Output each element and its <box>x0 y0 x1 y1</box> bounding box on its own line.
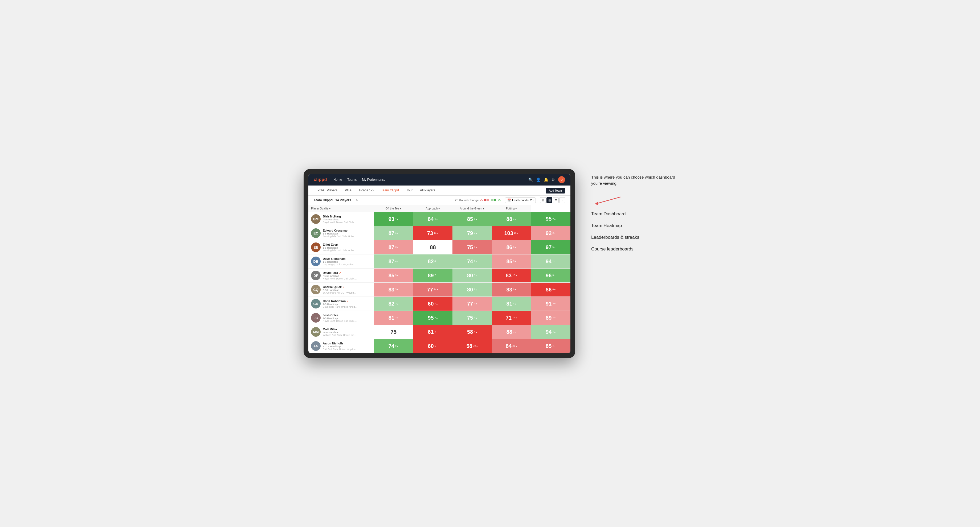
table-row[interactable]: MM Matt Miller 6-10 Handicap Woburn Golf… <box>309 325 570 339</box>
calendar-icon: 📅 <box>508 198 511 202</box>
score-change: 8▼ <box>552 288 556 291</box>
tab-pgat-players[interactable]: PGAT Players <box>314 186 341 195</box>
edit-team-icon[interactable]: ✎ <box>355 198 358 202</box>
score-change: 8▲ <box>395 344 399 348</box>
player-name[interactable]: Dave Billingham <box>323 257 357 260</box>
score-change: 3▼ <box>552 232 556 235</box>
score-value: 85 <box>546 343 552 349</box>
score-cell: 89 7▲ <box>413 268 453 283</box>
nav-home[interactable]: Home <box>333 177 342 183</box>
player-avatar: EE <box>311 243 321 252</box>
score-cell: 95 9▲ <box>531 212 570 226</box>
tab-pga[interactable]: PGA <box>341 186 355 195</box>
score-box: 75 <box>374 325 413 339</box>
score-cell: 85 8▲ <box>452 212 492 226</box>
tab-all-players[interactable]: All Players <box>416 186 439 195</box>
player-cell: CR Chris Robertson ✓ 1-5 Handicap Craigm… <box>309 297 374 311</box>
col-putting[interactable]: Putting ▾ <box>492 205 531 212</box>
grid-view-icon[interactable]: ⊞ <box>540 197 546 203</box>
score-box: 87 4▲ <box>374 254 413 268</box>
table-row[interactable]: AN Aaron Nicholls 11-15 Handicap Drift G… <box>309 339 570 353</box>
score-box: 85 3▼ <box>374 268 413 283</box>
score-change: 8▲ <box>434 316 438 320</box>
navbar-actions: 🔍 👤 🔔 ⚙ U <box>528 176 565 183</box>
player-name[interactable]: Josh Coles <box>323 314 357 317</box>
score-cell: 60 1▼ <box>413 339 453 353</box>
profile-icon[interactable]: 👤 <box>536 178 541 182</box>
score-box: 71 11▼ <box>492 311 531 325</box>
table-row[interactable]: DB Dave Billingham 1-5 Handicap Gog Mago… <box>309 254 570 268</box>
score-value: 95 <box>428 315 434 321</box>
nav-my-performance[interactable]: My Performance <box>362 177 385 183</box>
table-row[interactable]: JC Josh Coles 1-5 Handicap Royal North D… <box>309 311 570 325</box>
table-row[interactable]: BM Blair McHarg Plus Handicap Royal Nort… <box>309 212 570 226</box>
score-cell: 86 8▼ <box>531 283 570 297</box>
score-value: 92 <box>546 230 552 237</box>
score-value: 58 <box>467 329 473 335</box>
score-value: 85 <box>506 259 512 265</box>
score-change: 15▲ <box>514 232 519 235</box>
player-name[interactable]: Blair McHarg <box>323 215 357 218</box>
player-name[interactable]: David Ford ✓ <box>323 271 357 275</box>
settings-icon[interactable]: ⚙ <box>552 178 555 182</box>
list-view-icon[interactable]: ☰ <box>553 197 559 203</box>
last-rounds-button[interactable]: 📅 Last Rounds: 20 <box>505 197 536 203</box>
player-name[interactable]: Edward Crossman <box>323 229 357 232</box>
score-change: 1▼ <box>434 344 438 348</box>
score-cell: 80 1▲ <box>452 283 492 297</box>
score-box: 60 1▼ <box>413 339 453 353</box>
player-name[interactable]: Matt Miller <box>323 328 357 331</box>
score-value: 75 <box>467 244 473 251</box>
table-row[interactable]: EC Edward Crossman 1-5 Handicap Sunningd… <box>309 226 570 240</box>
player-name[interactable]: Aaron Nicholls <box>323 342 356 345</box>
player-details: Aaron Nicholls 11-15 Handicap Drift Golf… <box>323 342 356 351</box>
score-box: 94 3▲ <box>531 325 570 339</box>
score-box: 74 1▲ <box>452 254 492 268</box>
table-row[interactable]: DF David Ford ✓ Plus Handicap Royal Nort… <box>309 268 570 283</box>
score-value: 93 <box>388 216 395 222</box>
tab-hcaps[interactable]: Hcaps 1-5 <box>355 186 377 195</box>
tab-tour[interactable]: Tour <box>402 186 416 195</box>
score-value: 75 <box>467 315 473 321</box>
app-logo[interactable]: clippd <box>314 177 327 182</box>
score-value: 88 <box>506 216 512 222</box>
score-box: 96 3▲ <box>531 268 570 283</box>
annotation-item-dashboard: Team Dashboard <box>591 211 676 217</box>
table-row[interactable]: CR Chris Robertson ✓ 1-5 Handicap Craigm… <box>309 297 570 311</box>
heatmap-view-icon[interactable]: ▦ <box>546 197 552 203</box>
nav-teams[interactable]: Teams <box>347 177 356 183</box>
player-name[interactable]: Charlie Quick ✓ <box>323 285 357 289</box>
notifications-icon[interactable]: 🔔 <box>544 178 548 182</box>
col-player-quality[interactable]: Player Quality ▾ <box>309 205 374 212</box>
score-box: 86 6▼ <box>492 240 531 254</box>
search-icon[interactable]: 🔍 <box>528 178 533 182</box>
score-box: 75 3▼ <box>452 240 492 254</box>
score-value: 75 <box>391 329 396 335</box>
player-avatar: BM <box>311 214 321 224</box>
player-name[interactable]: Elliot Ebert <box>323 243 357 246</box>
download-icon[interactable]: ↓ <box>559 197 565 203</box>
score-value: 80 <box>467 287 473 293</box>
score-change: 9▲ <box>552 217 556 221</box>
user-avatar[interactable]: U <box>558 176 565 183</box>
score-cell: 75 <box>374 325 413 339</box>
col-around-green[interactable]: Around the Green ▾ <box>452 205 492 212</box>
add-team-button[interactable]: Add Team <box>546 187 565 194</box>
col-approach[interactable]: Approach ▾ <box>413 205 453 212</box>
player-cell: DB Dave Billingham 1-5 Handicap Gog Mago… <box>309 254 374 268</box>
score-cell: 88 2▼ <box>492 325 531 339</box>
score-value: 84 <box>506 343 512 349</box>
col-off-tee[interactable]: Off the Tee ▾ <box>374 205 413 212</box>
table-row[interactable]: EE Elliot Ebert 1-5 Handicap Sunningdale… <box>309 240 570 254</box>
score-change: 3▼ <box>513 260 517 263</box>
player-name[interactable]: Chris Robertson ✓ <box>323 300 357 303</box>
score-cell: 79 9▲ <box>452 226 492 240</box>
tab-team-clippd[interactable]: Team Clippd <box>377 186 402 195</box>
player-details: Elliot Ebert 1-5 Handicap Sunningdale Go… <box>323 243 357 252</box>
table-row[interactable]: CQ Charlie Quick ✓ 6-10 Handicap St. Geo… <box>309 283 570 297</box>
player-info: MM Matt Miller 6-10 Handicap Woburn Golf… <box>311 327 371 337</box>
player-info: JC Josh Coles 1-5 Handicap Royal North D… <box>311 313 371 322</box>
player-details: Edward Crossman 1-5 Handicap Sunningdale… <box>323 229 357 238</box>
player-handicap: 6-10 Handicap <box>323 289 357 291</box>
score-box: 93 4▲ <box>374 212 413 226</box>
